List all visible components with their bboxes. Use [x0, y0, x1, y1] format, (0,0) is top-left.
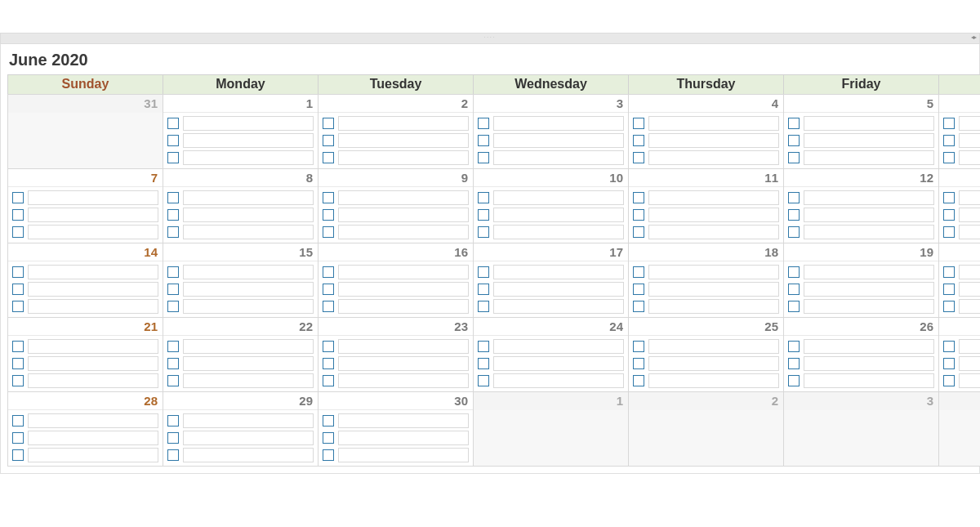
checkbox-icon[interactable]	[943, 192, 955, 203]
panel-titlebar[interactable]: ···· ◂▸	[0, 33, 980, 44]
checkbox-icon[interactable]	[167, 192, 179, 203]
checkbox-icon[interactable]	[478, 209, 489, 221]
task-input[interactable]	[804, 150, 934, 165]
checkbox-icon[interactable]	[12, 266, 24, 278]
task-input[interactable]	[648, 116, 779, 131]
checkbox-icon[interactable]	[478, 152, 489, 163]
checkbox-icon[interactable]	[943, 209, 955, 221]
task-input[interactable]	[648, 190, 779, 205]
checkbox-icon[interactable]	[478, 226, 489, 238]
checkbox-icon[interactable]	[323, 209, 334, 221]
checkbox-icon[interactable]	[323, 432, 334, 444]
task-input[interactable]	[648, 299, 779, 314]
task-input[interactable]	[183, 339, 314, 354]
checkbox-icon[interactable]	[943, 266, 955, 278]
checkbox-icon[interactable]	[167, 341, 179, 352]
checkbox-icon[interactable]	[943, 341, 955, 352]
checkbox-icon[interactable]	[12, 375, 24, 386]
task-input[interactable]	[28, 282, 158, 297]
task-input[interactable]	[493, 265, 624, 279]
checkbox-icon[interactable]	[167, 135, 179, 146]
task-input[interactable]	[493, 150, 624, 165]
task-input[interactable]	[493, 356, 624, 371]
task-input[interactable]	[28, 448, 158, 462]
task-input[interactable]	[804, 265, 934, 279]
checkbox-icon[interactable]	[323, 301, 334, 312]
task-input[interactable]	[959, 190, 980, 205]
task-input[interactable]	[338, 356, 469, 371]
checkbox-icon[interactable]	[323, 266, 334, 278]
task-input[interactable]	[648, 265, 779, 279]
checkbox-icon[interactable]	[167, 432, 179, 444]
task-input[interactable]	[493, 373, 624, 388]
checkbox-icon[interactable]	[788, 301, 800, 312]
checkbox-icon[interactable]	[943, 118, 955, 129]
checkbox-icon[interactable]	[323, 358, 334, 369]
task-input[interactable]	[493, 208, 624, 222]
task-input[interactable]	[338, 225, 469, 239]
task-input[interactable]	[959, 373, 980, 388]
checkbox-icon[interactable]	[788, 118, 800, 129]
checkbox-icon[interactable]	[943, 358, 955, 369]
checkbox-icon[interactable]	[478, 192, 489, 203]
checkbox-icon[interactable]	[633, 152, 644, 163]
checkbox-icon[interactable]	[12, 209, 24, 221]
checkbox-icon[interactable]	[943, 226, 955, 238]
task-input[interactable]	[804, 190, 934, 205]
checkbox-icon[interactable]	[943, 135, 955, 146]
checkbox-icon[interactable]	[167, 266, 179, 278]
checkbox-icon[interactable]	[323, 118, 334, 129]
checkbox-icon[interactable]	[478, 135, 489, 146]
task-input[interactable]	[338, 339, 469, 354]
checkbox-icon[interactable]	[943, 301, 955, 312]
task-input[interactable]	[183, 373, 314, 388]
task-input[interactable]	[338, 431, 469, 445]
task-input[interactable]	[183, 190, 314, 205]
task-input[interactable]	[183, 299, 314, 314]
task-input[interactable]	[183, 282, 314, 297]
task-input[interactable]	[804, 133, 934, 148]
task-input[interactable]	[959, 133, 980, 148]
task-input[interactable]	[338, 150, 469, 165]
checkbox-icon[interactable]	[788, 341, 800, 352]
checkbox-icon[interactable]	[788, 358, 800, 369]
checkbox-icon[interactable]	[478, 341, 489, 352]
task-input[interactable]	[28, 299, 158, 314]
task-input[interactable]	[804, 208, 934, 222]
checkbox-icon[interactable]	[167, 358, 179, 369]
checkbox-icon[interactable]	[167, 226, 179, 238]
task-input[interactable]	[183, 265, 314, 279]
task-input[interactable]	[648, 356, 779, 371]
checkbox-icon[interactable]	[478, 118, 489, 129]
checkbox-icon[interactable]	[167, 301, 179, 312]
task-input[interactable]	[28, 190, 158, 205]
checkbox-icon[interactable]	[788, 152, 800, 163]
task-input[interactable]	[493, 190, 624, 205]
task-input[interactable]	[804, 116, 934, 131]
checkbox-icon[interactable]	[167, 118, 179, 129]
checkbox-icon[interactable]	[12, 341, 24, 352]
task-input[interactable]	[804, 356, 934, 371]
task-input[interactable]	[959, 282, 980, 297]
task-input[interactable]	[338, 190, 469, 205]
task-input[interactable]	[493, 282, 624, 297]
task-input[interactable]	[959, 265, 980, 279]
task-input[interactable]	[28, 413, 158, 428]
task-input[interactable]	[959, 299, 980, 314]
task-input[interactable]	[28, 225, 158, 239]
checkbox-icon[interactable]	[478, 301, 489, 312]
task-input[interactable]	[804, 299, 934, 314]
task-input[interactable]	[338, 282, 469, 297]
checkbox-icon[interactable]	[633, 375, 644, 386]
task-input[interactable]	[28, 208, 158, 222]
task-input[interactable]	[648, 373, 779, 388]
checkbox-icon[interactable]	[323, 415, 334, 427]
checkbox-icon[interactable]	[788, 284, 800, 295]
task-input[interactable]	[493, 116, 624, 131]
checkbox-icon[interactable]	[633, 358, 644, 369]
checkbox-icon[interactable]	[323, 192, 334, 203]
checkbox-icon[interactable]	[788, 135, 800, 146]
task-input[interactable]	[804, 373, 934, 388]
task-input[interactable]	[959, 225, 980, 239]
task-input[interactable]	[804, 282, 934, 297]
